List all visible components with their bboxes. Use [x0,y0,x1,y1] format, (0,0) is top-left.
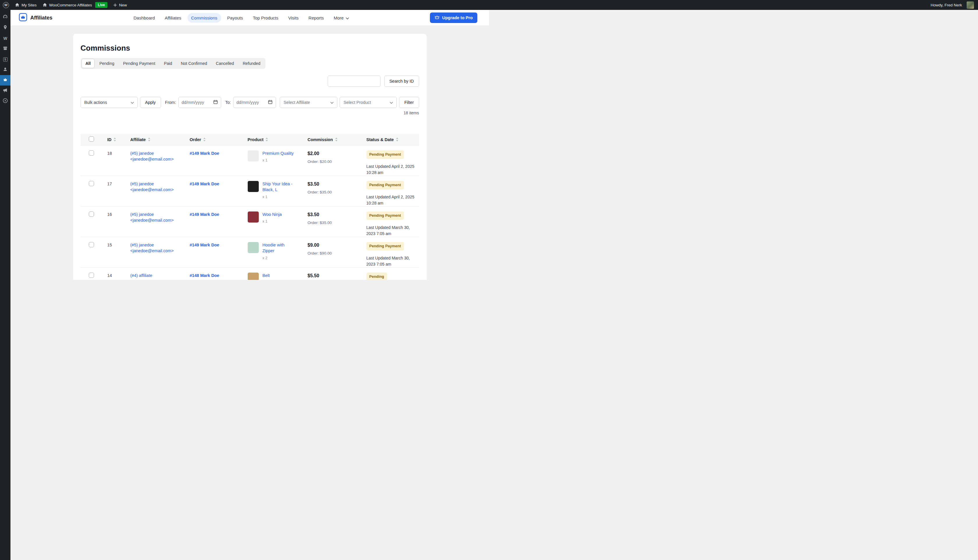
order-total: Order: $90.00 [308,251,366,256]
tab-pending[interactable]: Pending [95,59,118,68]
product-link[interactable]: Hoodie with Zipper [262,242,295,254]
column-affiliate[interactable]: Affiliate [130,137,190,142]
site-name: WooCommerce Affiliates [49,3,92,7]
date-to-input[interactable]: dd/mm/yyyy [233,97,276,108]
date-from-input[interactable]: dd/mm/yyyy [179,97,221,108]
row-checkbox[interactable] [89,273,94,278]
order-link[interactable]: #149 Mark Doe [190,151,219,156]
chevron-down-icon [131,100,134,105]
row-checkbox[interactable] [89,242,94,247]
product-quantity: x 1 [262,158,294,163]
order-link[interactable]: #148 Mark Doe [190,273,219,278]
table-header-row: ID Affiliate Order Product Commission St… [81,134,419,145]
wordpress-logo-icon: W [3,2,9,8]
row-checkbox[interactable] [89,181,94,186]
product-thumbnail [248,181,259,192]
main-content: Affiliates Dashboard Affiliates Commissi… [10,0,489,280]
filter-button[interactable]: Filter [399,97,419,108]
sidebar-item-collapse[interactable] [0,96,10,107]
sort-icon [396,138,399,142]
row-checkbox[interactable] [89,150,94,156]
affiliate-link[interactable]: (#5) janedoe<janedoe@email.com> [130,242,190,254]
product-link[interactable]: Ship Your Idea - Black, L [262,181,295,193]
apply-button[interactable]: Apply [140,97,161,108]
sidebar-item-pin[interactable] [0,23,10,33]
select-all-checkbox[interactable] [89,137,94,142]
tab-cancelled[interactable]: Cancelled [212,59,238,68]
order-total: Order: $35.00 [308,190,366,195]
affiliate-link[interactable]: (#5) janedoe<janedoe@email.com> [130,212,190,223]
commission-amount: $2.00 [308,150,366,157]
my-sites-menu[interactable]: My Sites [15,0,37,10]
affiliate-link[interactable]: (#4) affiliate [130,273,190,278]
last-updated: Last Updated March 30, 2023 7:05 am [366,225,417,237]
sidebar-item-dashboard[interactable] [0,12,10,23]
order-total: Order: $35.00 [308,220,366,226]
select-affiliate-dropdown[interactable]: Select Affiliate [280,97,337,108]
commission-id: 14 [107,273,130,278]
product-link[interactable]: Woo Ninja [262,212,282,217]
site-menu[interactable]: WooCommerce Affiliates Live [42,0,107,10]
table-row: 18 (#5) janedoe<janedoe@email.com> #149 … [81,145,419,176]
nav-more[interactable]: More [330,13,352,23]
search-row: Search by ID [81,76,419,87]
table-row: 17 (#5) janedoe<janedoe@email.com> #149 … [81,176,419,207]
affiliate-link[interactable]: (#5) janedoe<janedoe@email.com> [130,181,190,193]
new-menu[interactable]: New [113,0,127,10]
wordpress-menu[interactable]: W [3,0,9,10]
order-link[interactable]: #149 Mark Doe [190,182,219,186]
product-link[interactable]: Belt [262,273,270,278]
crown-icon [435,15,439,20]
last-updated: Last Updated April 2, 2025 10:28 am [366,194,417,206]
nav-top-products[interactable]: Top Products [249,13,282,23]
upgrade-to-pro-button[interactable]: Upgrade to Pro [430,13,477,23]
product-thumbnail [248,242,259,253]
sidebar-item-w[interactable]: W [0,33,10,43]
search-by-id-input[interactable] [328,76,381,87]
tab-paid[interactable]: Paid [160,59,176,68]
sidebar-item-affiliates[interactable] [0,75,10,85]
brand-name: Affiliates [30,15,52,21]
column-status-date[interactable]: Status & Date [366,137,419,142]
sort-icon [148,138,150,142]
nav-dashboard[interactable]: Dashboard [130,13,159,23]
nav-payouts[interactable]: Payouts [224,13,247,23]
bulk-actions-select[interactable]: Bulk actions [81,97,138,108]
tab-refunded[interactable]: Refunded [239,59,265,68]
status-tabs: All Pending Pending Payment Paid Not Con… [81,58,265,69]
home-icon [42,3,47,7]
chevron-down-icon [346,15,349,20]
tab-pending-payment[interactable]: Pending Payment [119,59,160,68]
affiliate-link[interactable]: (#5) janedoe<janedoe@email.com> [130,150,190,162]
last-updated: Last Updated April 2, 2025 10:28 am [366,163,417,176]
row-checkbox[interactable] [89,212,94,217]
wp-admin-bar: W My Sites WooCommerce Affiliates Live N… [0,0,489,10]
admin-bar-left: W My Sites WooCommerce Affiliates Live N… [3,0,133,10]
tab-not-confirmed[interactable]: Not Confirmed [177,59,211,68]
table-row: 15 (#5) janedoe<janedoe@email.com> #149 … [81,237,419,268]
nav-affiliates[interactable]: Affiliates [161,13,185,23]
select-product-dropdown[interactable]: Select Product [340,97,397,108]
calendar-icon [213,100,218,105]
product-link[interactable]: Premium Quality [262,150,294,156]
sidebar-item-megaphone[interactable] [0,85,10,96]
sidebar-item-users[interactable] [0,65,10,75]
sidebar-item-plugin-5[interactable]: 5 [0,54,10,65]
nav-reports[interactable]: Reports [305,13,328,23]
column-order[interactable]: Order [190,137,248,142]
new-label: New [119,3,127,7]
sidebar-item-archive[interactable] [0,43,10,54]
order-link[interactable]: #149 Mark Doe [190,212,219,217]
megaphone-icon [3,88,8,94]
tab-all[interactable]: All [82,59,95,68]
order-total: Order: $20.00 [308,159,366,165]
nav-commissions[interactable]: Commissions [187,13,221,23]
from-label: From: [165,100,176,105]
column-product[interactable]: Product [248,137,308,142]
brand[interactable]: Affiliates [18,13,52,23]
nav-visits[interactable]: Visits [284,13,302,23]
search-by-id-button[interactable]: Search by ID [384,76,419,87]
column-id[interactable]: ID [107,137,130,142]
order-link[interactable]: #149 Mark Doe [190,243,219,247]
column-commission[interactable]: Commission [308,137,366,142]
